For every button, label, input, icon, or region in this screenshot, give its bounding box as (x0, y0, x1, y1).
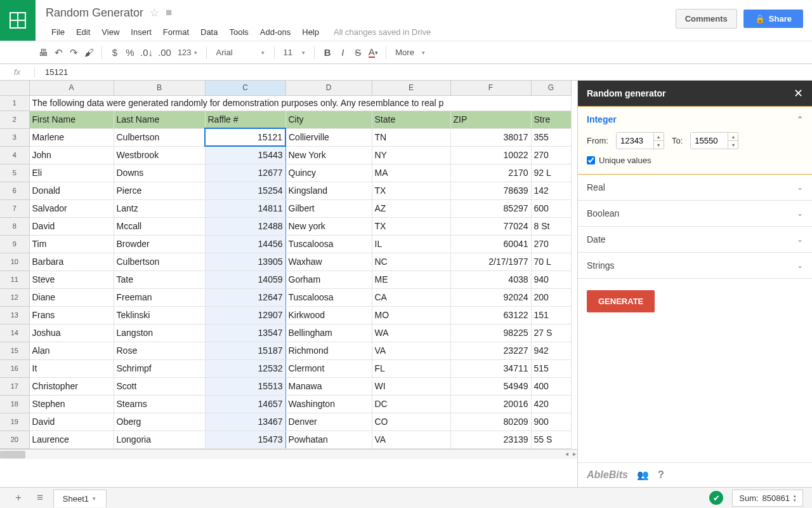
cell[interactable]: 70 L (531, 253, 571, 271)
cell[interactable]: 63122 (450, 306, 531, 324)
aggregate-box[interactable]: Sum: 850861 ▴▾ (732, 490, 803, 507)
print-icon[interactable]: 🖶 (36, 44, 51, 61)
cell[interactable]: Langston (114, 324, 205, 342)
cell[interactable]: Kingsland (285, 182, 372, 199)
cell[interactable]: Culbertson (114, 128, 205, 146)
font-dropdown[interactable]: Arial▾ (212, 45, 269, 60)
note-cell[interactable]: The following data were generated random… (29, 95, 571, 110)
header-cell[interactable]: First Name (29, 110, 114, 128)
dec-decrease-icon[interactable]: .0↓ (138, 44, 155, 61)
cell[interactable]: Christopher (29, 377, 114, 395)
menu-tools[interactable]: Tools (223, 25, 254, 39)
row-head-13[interactable]: 13 (0, 306, 29, 324)
cell[interactable]: Clermont (285, 359, 372, 377)
row-head-11[interactable]: 11 (0, 271, 29, 288)
cell[interactable]: Freeman (114, 288, 205, 306)
cell[interactable]: Stephen (29, 395, 114, 413)
cell[interactable]: Quincy (285, 164, 372, 182)
cell[interactable]: 420 (531, 395, 571, 413)
cell[interactable]: 151 (531, 306, 571, 324)
row-head-20[interactable]: 20 (0, 431, 29, 448)
percent-icon[interactable]: % (122, 44, 138, 61)
cell[interactable]: David (29, 413, 114, 431)
cell[interactable]: 12907 (205, 306, 285, 324)
menu-view[interactable]: View (96, 25, 125, 39)
strike-icon[interactable]: S (350, 44, 365, 61)
cell[interactable]: Tuscaloosa (285, 288, 372, 306)
cell[interactable]: 400 (531, 377, 571, 395)
cell[interactable]: Gilbert (285, 199, 372, 217)
header-cell[interactable]: City (285, 110, 372, 128)
from-input[interactable]: ▴▾ (616, 132, 664, 149)
cell[interactable]: MA (372, 164, 450, 182)
menu-format[interactable]: Format (157, 25, 195, 39)
cell[interactable]: 142 (531, 182, 571, 199)
cell[interactable]: 12677 (205, 164, 285, 182)
cell[interactable]: Gorham (285, 271, 372, 288)
row-head-15[interactable]: 15 (0, 342, 29, 359)
cell[interactable]: Teklinski (114, 306, 205, 324)
cell[interactable]: Bellingham (285, 324, 372, 342)
select-all-cell[interactable] (0, 81, 29, 95)
cell[interactable]: Richmond (285, 342, 372, 359)
cell[interactable]: 15473 (205, 431, 285, 448)
add-sheet-icon[interactable]: + (10, 489, 27, 507)
header-cell[interactable]: Last Name (114, 110, 205, 128)
cell[interactable]: 80209 (450, 413, 531, 431)
cell[interactable]: MO (372, 306, 450, 324)
undo-icon[interactable]: ↶ (51, 44, 66, 61)
cell[interactable]: Schrimpf (114, 359, 205, 377)
cell[interactable]: Kirkwood (285, 306, 372, 324)
more-dropdown[interactable]: More ▾ (391, 48, 428, 57)
comments-button[interactable]: Comments (676, 9, 737, 29)
section-boolean[interactable]: Boolean⌄ (578, 201, 812, 226)
cell[interactable]: John (29, 146, 114, 164)
header-cell[interactable]: Raffle # (205, 110, 285, 128)
col-head-A[interactable]: A (29, 81, 114, 95)
cell[interactable]: 38017 (450, 128, 531, 146)
cell[interactable]: 4038 (450, 271, 531, 288)
cell[interactable]: 355 (531, 128, 571, 146)
cell[interactable]: Westbrook (114, 146, 205, 164)
font-size-dropdown[interactable]: 11 ▾ (280, 48, 310, 57)
cell[interactable]: Eli (29, 164, 114, 182)
cell[interactable]: Waxhaw (285, 253, 372, 271)
cell[interactable]: 940 (531, 271, 571, 288)
cell[interactable]: Rose (114, 342, 205, 359)
cell[interactable]: Alan (29, 342, 114, 359)
cell[interactable]: Lantz (114, 199, 205, 217)
cell[interactable]: 12532 (205, 359, 285, 377)
row-head-6[interactable]: 6 (0, 182, 29, 199)
cell[interactable]: 12647 (205, 288, 285, 306)
cell[interactable]: Diane (29, 288, 114, 306)
cell[interactable]: AZ (372, 199, 450, 217)
cell[interactable]: 15121 (205, 128, 285, 146)
cell[interactable]: Marlene (29, 128, 114, 146)
section-strings[interactable]: Strings⌄ (578, 253, 812, 278)
row-head-2[interactable]: 2 (0, 110, 29, 128)
close-icon[interactable]: ✕ (794, 86, 803, 100)
all-sheets-icon[interactable]: ≡ (32, 489, 48, 507)
cell[interactable]: 900 (531, 413, 571, 431)
dec-increase-icon[interactable]: .00 (155, 44, 174, 61)
bold-icon[interactable]: B (320, 44, 335, 61)
cell[interactable]: 85297 (450, 199, 531, 217)
cell[interactable]: 27 S (531, 324, 571, 342)
redo-icon[interactable]: ↷ (66, 44, 81, 61)
cell[interactable]: ME (372, 271, 450, 288)
formula-value[interactable]: 15121 (35, 67, 68, 77)
cell[interactable]: New york (285, 217, 372, 235)
col-head-D[interactable]: D (285, 81, 372, 95)
cell[interactable]: David (29, 217, 114, 235)
cell[interactable]: Longoria (114, 431, 205, 448)
help-icon[interactable]: ? (658, 469, 664, 481)
col-head-E[interactable]: E (372, 81, 450, 95)
cell[interactable]: 13547 (205, 324, 285, 342)
menu-help[interactable]: Help (296, 25, 325, 39)
star-icon[interactable]: ☆ (150, 6, 159, 20)
cell[interactable]: 14811 (205, 199, 285, 217)
row-head-9[interactable]: 9 (0, 235, 29, 253)
cell[interactable]: Tuscaloosa (285, 235, 372, 253)
cell[interactable]: 270 (531, 146, 571, 164)
cell[interactable]: Browder (114, 235, 205, 253)
